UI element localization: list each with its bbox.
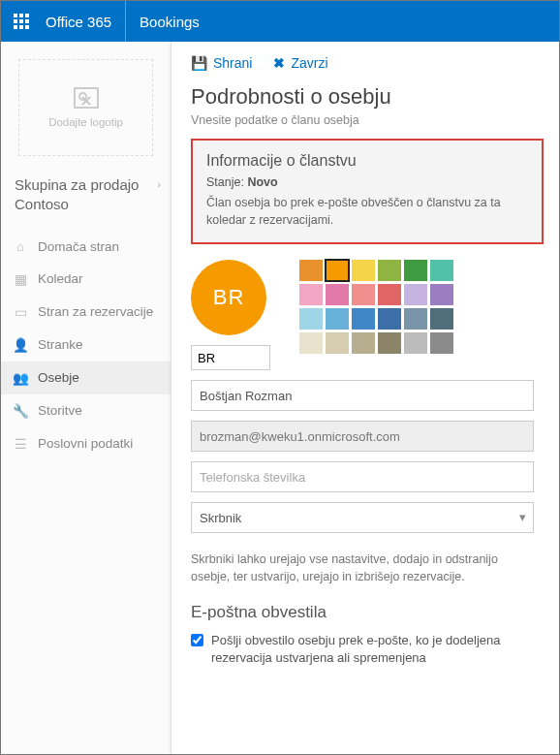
sidebar-item-label: Storitve bbox=[38, 403, 82, 418]
sidebar-item-business-info[interactable]: ☰ Poslovni podatki bbox=[1, 427, 171, 460]
save-label: Shrani bbox=[213, 55, 252, 71]
close-icon: ✖ bbox=[273, 55, 285, 71]
name-input[interactable] bbox=[191, 380, 534, 411]
svg-rect-3 bbox=[14, 19, 17, 23]
svg-rect-6 bbox=[14, 25, 17, 29]
color-swatch[interactable] bbox=[404, 284, 427, 305]
calendar-icon: ▦ bbox=[13, 271, 28, 287]
initials-input[interactable] bbox=[191, 345, 270, 370]
home-icon: ⌂ bbox=[13, 239, 28, 254]
svg-rect-5 bbox=[25, 19, 29, 23]
color-swatch[interactable] bbox=[430, 308, 453, 330]
color-swatch[interactable] bbox=[378, 260, 401, 281]
color-swatch[interactable] bbox=[378, 332, 401, 354]
role-help-text: Skrbniki lahko urejajo vse nastavitve, d… bbox=[191, 551, 534, 585]
discard-label: Zavrzi bbox=[291, 55, 327, 71]
app-launcher-icon[interactable] bbox=[1, 1, 42, 42]
phone-input[interactable] bbox=[191, 461, 534, 492]
sidebar-item-customers[interactable]: 👤 Stranke bbox=[1, 329, 171, 362]
membership-message: Član osebja bo prek e-pošte obveščen o č… bbox=[206, 195, 528, 229]
sidebar-item-label: Koledar bbox=[38, 271, 83, 286]
color-swatch[interactable] bbox=[352, 260, 375, 281]
color-swatch[interactable] bbox=[352, 308, 375, 330]
sidebar-item-services[interactable]: 🔧 Storitve bbox=[1, 394, 171, 427]
color-swatch[interactable] bbox=[326, 332, 349, 354]
sidebar-item-calendar[interactable]: ▦ Koledar bbox=[1, 263, 171, 296]
add-logo-label: Dodajte logotip bbox=[48, 116, 123, 128]
membership-info-box: Informacije o članstvu Stanje: Novo Član… bbox=[191, 139, 544, 244]
notify-checkbox-label: Pošlji obvestilo osebju prek e-pošte, ko… bbox=[211, 632, 534, 667]
color-swatch[interactable] bbox=[430, 260, 453, 281]
notifications-heading: E-poštna obvestila bbox=[191, 603, 544, 622]
color-swatch[interactable] bbox=[299, 260, 323, 281]
role-select[interactable]: ▾ bbox=[191, 502, 534, 543]
sidebar-item-label: Poslovni podatki bbox=[38, 436, 133, 451]
color-swatch[interactable] bbox=[326, 308, 349, 330]
color-palette bbox=[299, 260, 453, 354]
people-icon: 👥 bbox=[13, 370, 28, 386]
membership-state-label: Stanje: bbox=[206, 175, 244, 189]
sidebar-item-staff[interactable]: 👥 Osebje bbox=[1, 362, 171, 394]
color-swatch[interactable] bbox=[326, 260, 349, 281]
svg-rect-8 bbox=[25, 25, 29, 29]
app-title[interactable]: Bookings bbox=[126, 14, 213, 30]
list-icon: ☰ bbox=[13, 436, 28, 452]
svg-rect-7 bbox=[19, 25, 23, 29]
color-swatch[interactable] bbox=[430, 332, 453, 354]
wrench-icon: 🔧 bbox=[13, 403, 28, 419]
sidebar-item-label: Stran za rezervacije bbox=[38, 304, 153, 319]
color-swatch[interactable] bbox=[299, 284, 323, 305]
tenant-picker[interactable]: Skupina za prodajo › Contoso bbox=[1, 175, 171, 231]
image-placeholder-icon bbox=[74, 87, 99, 109]
email-input bbox=[191, 421, 534, 452]
add-logo-placeholder[interactable]: Dodajte logotip bbox=[18, 59, 153, 156]
sidebar-item-label: Osebje bbox=[38, 370, 79, 385]
sidebar-item-label: Domača stran bbox=[38, 239, 119, 254]
suite-title[interactable]: Office 365 bbox=[42, 1, 126, 42]
person-icon: 👤 bbox=[13, 337, 28, 353]
page-subtitle: Vnesite podatke o članu osebja bbox=[191, 113, 544, 127]
laptop-icon: ▭ bbox=[13, 304, 28, 320]
svg-rect-2 bbox=[25, 14, 29, 17]
membership-state-value: Novo bbox=[247, 175, 277, 189]
color-swatch[interactable] bbox=[352, 332, 375, 354]
save-button[interactable]: 💾 Shrani bbox=[191, 55, 252, 71]
color-swatch[interactable] bbox=[404, 260, 427, 281]
color-swatch[interactable] bbox=[404, 308, 427, 330]
sidebar-item-label: Stranke bbox=[38, 337, 83, 352]
page-title: Podrobnosti o osebju bbox=[191, 84, 544, 110]
svg-rect-4 bbox=[19, 19, 23, 23]
avatar: BR bbox=[191, 260, 266, 335]
svg-rect-0 bbox=[14, 14, 17, 17]
tenant-line2: Contoso bbox=[15, 196, 69, 212]
color-swatch[interactable] bbox=[378, 308, 401, 330]
sidebar-item-booking-page[interactable]: ▭ Stran za rezervacije bbox=[1, 296, 171, 329]
color-swatch[interactable] bbox=[430, 284, 453, 305]
color-swatch[interactable] bbox=[352, 284, 375, 305]
notify-checkbox[interactable] bbox=[191, 634, 203, 646]
tenant-line1: Skupina za prodajo bbox=[15, 176, 139, 193]
color-swatch[interactable] bbox=[404, 332, 427, 354]
sidebar-item-home[interactable]: ⌂ Domača stran bbox=[1, 231, 171, 263]
discard-button[interactable]: ✖ Zavrzi bbox=[273, 55, 327, 71]
svg-rect-1 bbox=[19, 14, 23, 17]
membership-heading: Informacije o članstvu bbox=[206, 152, 528, 170]
color-swatch[interactable] bbox=[299, 308, 323, 330]
role-select-value[interactable] bbox=[191, 502, 534, 533]
chevron-right-icon: › bbox=[157, 177, 161, 192]
color-swatch[interactable] bbox=[326, 284, 349, 305]
color-swatch[interactable] bbox=[378, 284, 401, 305]
color-swatch[interactable] bbox=[299, 332, 323, 354]
notify-checkbox-row[interactable]: Pošlji obvestilo osebju prek e-pošte, ko… bbox=[191, 632, 534, 667]
save-icon: 💾 bbox=[191, 55, 207, 71]
